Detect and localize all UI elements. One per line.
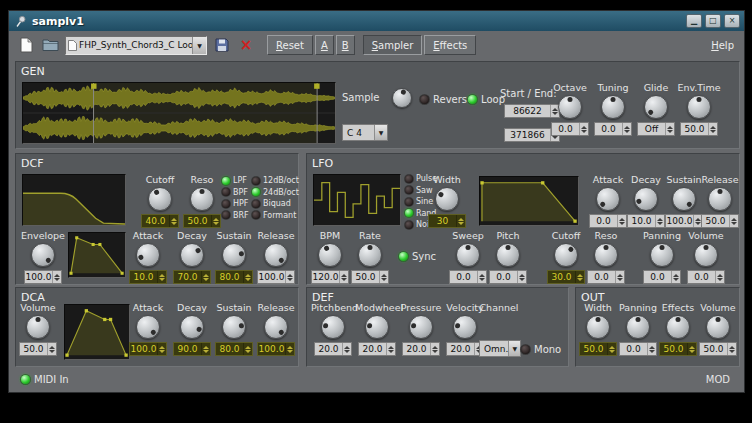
sample-knob[interactable] xyxy=(390,86,414,108)
b-button[interactable]: B xyxy=(336,35,355,55)
close-button[interactable]: × xyxy=(724,14,740,28)
pitchbend-knob-group[interactable]: Pitchbend20.0 xyxy=(311,302,355,356)
knob-value-spinbox[interactable]: 20.0 xyxy=(402,342,440,356)
spin-arrows[interactable] xyxy=(687,343,696,355)
dcf-release-knob-group[interactable]: Release100.0 xyxy=(256,230,296,284)
dca-decay-knob-group[interactable]: Decay90.0 xyxy=(172,302,212,356)
spin-arrows[interactable] xyxy=(201,271,210,283)
spin-arrows[interactable] xyxy=(243,271,252,283)
spin-arrows[interactable] xyxy=(157,271,166,283)
spin-arrows[interactable] xyxy=(715,271,724,283)
knob-value-spinbox[interactable]: 0.0 xyxy=(643,270,681,284)
spin-arrows[interactable] xyxy=(456,215,465,227)
spin-arrows[interactable] xyxy=(579,123,588,135)
spin-arrows[interactable] xyxy=(201,343,210,355)
knob-value-spinbox[interactable]: 80.0 xyxy=(215,342,253,356)
help-button[interactable]: Help xyxy=(711,40,738,51)
delete-preset-button[interactable]: × xyxy=(235,34,257,56)
knob-value-spinbox[interactable]: 100.0 xyxy=(24,270,62,284)
out-panning-knob-group[interactable]: Panning0.0 xyxy=(618,302,658,356)
knob-dial[interactable] xyxy=(136,243,160,267)
spin-arrows[interactable] xyxy=(386,343,395,355)
radio-brf[interactable]: BRF xyxy=(222,211,249,220)
lfo-sustain-knob-group[interactable]: Sustain100.0 xyxy=(665,174,703,228)
open-preset-button[interactable] xyxy=(39,34,61,56)
knob-value-spinbox[interactable]: 70.0 xyxy=(173,270,211,284)
knob-dial[interactable] xyxy=(409,315,433,339)
knob-value-spinbox[interactable]: 50.0 xyxy=(579,342,617,356)
knob-value-spinbox[interactable]: 10.0 xyxy=(129,270,167,284)
knob-value-spinbox[interactable]: 100.0 xyxy=(257,342,295,356)
pressure-knob-group[interactable]: Pressure20.0 xyxy=(399,302,443,356)
knob-value-spinbox[interactable]: 10.0 xyxy=(627,214,665,228)
lfo-width-knob-group[interactable]: Width30 xyxy=(425,174,469,228)
knob-value-spinbox[interactable]: 80.0 xyxy=(215,270,253,284)
knob-dial[interactable] xyxy=(222,243,246,267)
lfo-panning-knob-group[interactable]: Panning0.0 xyxy=(643,230,681,284)
mono-radio[interactable]: Mono xyxy=(521,344,561,355)
knob-value-spinbox[interactable]: 0.0 xyxy=(587,270,625,284)
dca-attack-knob-group[interactable]: Attack100.0 xyxy=(128,302,168,356)
knob-dial[interactable] xyxy=(708,187,732,211)
octave-knob-group[interactable]: Octave0.0 xyxy=(550,82,590,136)
radio-formant[interactable]: Formant xyxy=(252,211,299,220)
knob-dial[interactable] xyxy=(222,315,246,339)
knob-dial[interactable] xyxy=(180,315,204,339)
dca-volume-knob-group[interactable]: Volume50.0 xyxy=(18,302,58,356)
knob-dial[interactable] xyxy=(596,187,620,211)
out-width-knob-group[interactable]: Width50.0 xyxy=(578,302,618,356)
knob-dial[interactable] xyxy=(644,95,668,119)
knob-dial[interactable] xyxy=(496,243,520,267)
knob-dial[interactable] xyxy=(554,243,578,267)
knob-value-spinbox[interactable]: 40.0 xyxy=(141,214,179,228)
knob-value-spinbox[interactable]: 0.0 xyxy=(619,342,657,356)
knob-dial[interactable] xyxy=(634,187,658,211)
reverse-radio[interactable]: Reverse xyxy=(420,94,473,105)
knob-dial[interactable] xyxy=(650,243,674,267)
knob-value-spinbox[interactable]: 20.0 xyxy=(314,342,352,356)
spin-arrows[interactable] xyxy=(379,271,388,283)
spin-arrows[interactable] xyxy=(285,271,294,283)
spin-arrows[interactable] xyxy=(615,271,624,283)
dcf-cutoff-knob-group[interactable]: Cutoff40.0 xyxy=(140,174,180,228)
tab-sampler[interactable]: Sampler xyxy=(363,35,423,55)
tab-effects[interactable]: Effects xyxy=(424,35,476,55)
knob-value-spinbox[interactable]: 50.0 xyxy=(19,342,57,356)
knob-value-spinbox[interactable]: 100.0 xyxy=(665,214,703,228)
radio-12db-oct[interactable]: 12dB/oct xyxy=(252,176,299,185)
knob-value-spinbox[interactable]: 0.0 xyxy=(551,122,589,136)
knob-dial[interactable] xyxy=(453,315,477,339)
knob-value-spinbox[interactable]: 50.0 xyxy=(701,214,739,228)
spin-arrows[interactable] xyxy=(729,215,738,227)
knob-dial[interactable] xyxy=(321,315,345,339)
spin-arrows[interactable] xyxy=(647,343,656,355)
knob-dial[interactable] xyxy=(666,315,690,339)
reset-button[interactable]: Reset xyxy=(267,35,313,55)
knob-dial[interactable] xyxy=(586,315,610,339)
knob-value-spinbox[interactable]: 20.0 xyxy=(358,342,396,356)
spin-arrows[interactable] xyxy=(517,271,526,283)
modwheel-knob-group[interactable]: Modwheel20.0 xyxy=(355,302,399,356)
knob-dial[interactable] xyxy=(435,187,459,211)
preset-combobox[interactable]: FHP_Synth_Chord3_C Loop1 ▼ xyxy=(65,36,207,55)
lfo-sync-radio[interactable]: Sync xyxy=(399,251,436,262)
save-preset-button[interactable] xyxy=(211,34,233,56)
spin-arrows[interactable] xyxy=(477,271,486,283)
spin-arrows[interactable] xyxy=(339,271,348,283)
knob-dial[interactable] xyxy=(26,315,50,339)
root-note-combobox[interactable]: C 4▼ xyxy=(342,124,388,141)
knob-value-spinbox[interactable]: 120.0 xyxy=(311,270,349,284)
spin-arrows[interactable] xyxy=(575,271,584,283)
dropdown-arrow-icon[interactable]: ▼ xyxy=(508,341,520,356)
tuning-knob-group[interactable]: Tuning0.0 xyxy=(593,82,633,136)
lfo-pitch-knob-group[interactable]: Pitch0.0 xyxy=(489,230,527,284)
spin-arrows[interactable] xyxy=(47,343,56,355)
knob-dial[interactable] xyxy=(365,315,389,339)
preset-dropdown-arrow[interactable]: ▼ xyxy=(192,37,206,54)
lfo-bpm-knob-group[interactable]: BPM120.0 xyxy=(311,230,349,284)
lfo-wave-display[interactable] xyxy=(313,174,401,226)
knob-value-spinbox[interactable]: 30 xyxy=(428,214,466,228)
channel-combobox[interactable]: Omn.▼ xyxy=(479,340,521,357)
knob-value-spinbox[interactable]: Off xyxy=(637,122,675,136)
knob-dial[interactable] xyxy=(318,243,342,267)
